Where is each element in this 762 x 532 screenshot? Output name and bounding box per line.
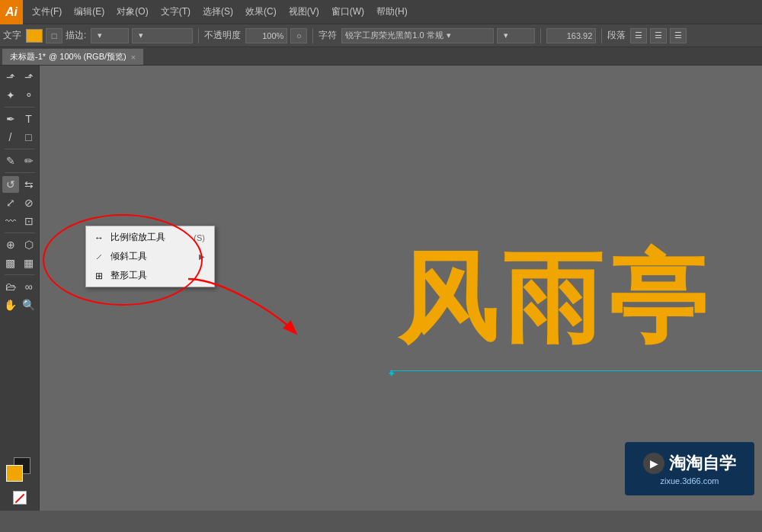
ctx-shear-arrow: ▶: [199, 252, 205, 261]
menu-window[interactable]: 窗口(W): [325, 0, 370, 24]
rotate-tool[interactable]: ↺: [2, 176, 19, 193]
toolbar-sep-2: [312, 28, 313, 43]
tool-row-1: ⬏ ⬏: [2, 69, 37, 85]
tab-bar: 未标题-1* @ 100% (RGB/预览) ×: [0, 47, 762, 66]
ctx-shear-label: 倾斜工具: [110, 250, 147, 263]
tool-row-2: ✦ ⚬: [2, 87, 37, 104]
menu-file[interactable]: 文件(F): [26, 0, 68, 24]
align-left-btn[interactable]: ☰: [630, 28, 647, 43]
free-transform-tool[interactable]: ⊡: [21, 213, 37, 229]
hand-tool[interactable]: ✋: [2, 296, 19, 313]
lasso-tool[interactable]: ⚬: [21, 87, 37, 104]
live-paint-tool[interactable]: ⬡: [21, 236, 37, 253]
pen-tool[interactable]: ✒: [2, 111, 19, 127]
tool-row-graph: ▩ ▦: [2, 255, 37, 271]
tab-info: @ 100% (RGB/预览): [49, 51, 126, 62]
watermark-brand: 淘淘自学: [669, 452, 736, 475]
tool-row-hand: ✋ 🔍: [2, 296, 37, 313]
shear-tool[interactable]: ⊘: [21, 194, 37, 211]
watermark-top: ▶ 淘淘自学: [643, 452, 736, 475]
line-tool[interactable]: /: [2, 129, 19, 146]
app-logo: Ai: [0, 0, 23, 24]
align-center-btn[interactable]: ☰: [650, 28, 667, 43]
tab-close-btn[interactable]: ×: [131, 53, 136, 62]
opacity-options-btn[interactable]: ○: [290, 28, 307, 43]
blend-tool[interactable]: ∞: [21, 278, 37, 295]
menu-help[interactable]: 帮助(H): [370, 0, 414, 24]
type-tool[interactable]: T: [21, 111, 37, 127]
tab-untitled[interactable]: 未标题-1* @ 100% (RGB/预览) ×: [2, 48, 144, 65]
tool-row-transform2: ⤢ ⊘: [2, 194, 37, 211]
warp-tool[interactable]: 〰: [2, 213, 19, 229]
opacity-input[interactable]: 100%: [245, 28, 287, 43]
zoom-tool[interactable]: 🔍: [21, 296, 37, 313]
canvas: 风雨亭 ✦: [146, 96, 695, 462]
text-selection-anchor: ✦: [387, 367, 396, 380]
ctx-scale-label: 比例缩放工具: [110, 231, 165, 244]
color-swatches: [6, 465, 34, 505]
shape-builder-tool[interactable]: ⊕: [2, 236, 19, 253]
ctx-scale-tool[interactable]: ↔ 比例缩放工具 (S): [86, 228, 214, 247]
main-layout: ⬏ ⬏ ✦ ⚬ ✒ T / □ ✎ ✏ ↺ ⇆ ⤢ ⊘: [0, 66, 762, 511]
rect-tool[interactable]: □: [21, 129, 37, 146]
text-selection-line: [390, 370, 762, 371]
stroke-icon-btn[interactable]: □: [46, 28, 62, 43]
tool-sep-4: [5, 232, 35, 233]
watermark-play-icon: ▶: [643, 453, 664, 474]
watermark-panel: ▶ 淘淘自学 zixue.3d66.com: [625, 442, 754, 495]
tool-sep-1: [5, 107, 35, 107]
tool-row-transform: ↺ ⇆: [2, 176, 37, 193]
select-tool[interactable]: ⬏: [2, 69, 19, 85]
font-label: 字符: [319, 29, 337, 42]
watermark-url: zixue.3d66.com: [660, 476, 719, 486]
font-style-dropdown[interactable]: [497, 28, 535, 43]
stroke-label: 描边:: [66, 29, 86, 42]
canvas-area[interactable]: 风雨亭 ✦ ↔ 比例缩放工具 (S) ⟋ 倾斜工具 ▶ ⊞ 整形工具: [40, 66, 762, 511]
mesh-tool[interactable]: ▦: [21, 255, 37, 271]
direct-select-tool[interactable]: ⬏: [21, 69, 37, 85]
main-toolbar: 文字 □ 描边: 不透明度 100% ○ 字符 锐字工房荣光黑简1.0 常规 段…: [0, 24, 762, 47]
menu-select[interactable]: 选择(S): [197, 0, 239, 24]
canvas-text: 风雨亭: [398, 248, 713, 348]
scale-tool[interactable]: ⤢: [2, 194, 19, 211]
fill-swatch[interactable]: [26, 29, 43, 43]
eyedropper-tool[interactable]: 🗁: [2, 278, 19, 295]
ctx-shear-tool[interactable]: ⟋ 倾斜工具 ▶: [86, 247, 214, 266]
stroke-dropdown[interactable]: [91, 28, 129, 43]
foreground-color-swatch[interactable]: [6, 465, 23, 482]
reshape-tool-icon: ⊞: [92, 271, 106, 281]
ctx-reshape-tool[interactable]: ⊞ 整形工具: [86, 266, 214, 285]
tool-sep-3: [5, 172, 35, 173]
opacity-label: 不透明度: [204, 29, 241, 42]
font-dropdown[interactable]: 锐字工房荣光黑简1.0 常规: [341, 28, 494, 43]
left-toolbar: ⬏ ⬏ ✦ ⚬ ✒ T / □ ✎ ✏ ↺ ⇆ ⤢ ⊘: [0, 66, 40, 511]
no-color-swatch[interactable]: [13, 491, 27, 505]
graph-tool[interactable]: ▩: [2, 255, 19, 271]
context-menu: ↔ 比例缩放工具 (S) ⟋ 倾斜工具 ▶ ⊞ 整形工具: [85, 226, 215, 287]
tool-row-4: / □: [2, 129, 37, 146]
magic-wand-tool[interactable]: ✦: [2, 87, 19, 104]
tab-title: 未标题-1*: [10, 51, 46, 62]
toolbar-sep-4: [601, 28, 602, 43]
menu-effect[interactable]: 效果(C): [239, 0, 283, 24]
menu-edit[interactable]: 编辑(E): [68, 0, 110, 24]
reflect-tool[interactable]: ⇆: [21, 176, 37, 193]
scale-tool-icon: ↔: [92, 232, 106, 243]
tool-row-shape: ⊕ ⬡: [2, 236, 37, 253]
paintbrush-tool[interactable]: ✎: [2, 152, 19, 169]
menu-bar: Ai 文件(F) 编辑(E) 对象(O) 文字(T) 选择(S) 效果(C) 视…: [0, 0, 762, 24]
menu-view[interactable]: 视图(V): [283, 0, 325, 24]
ctx-scale-shortcut: (S): [194, 233, 205, 242]
paragraph-label: 段落: [607, 29, 626, 42]
font-size-input[interactable]: [546, 28, 596, 43]
tool-row-transform3: 〰 ⊡: [2, 213, 37, 229]
ctx-reshape-label: 整形工具: [110, 269, 147, 282]
style-dropdown[interactable]: [132, 28, 193, 43]
menu-object[interactable]: 对象(O): [110, 0, 154, 24]
align-right-btn[interactable]: ☰: [670, 28, 687, 43]
tool-row-3: ✒ T: [2, 111, 37, 127]
tool-row-5: ✎ ✏: [2, 152, 37, 169]
pencil-tool[interactable]: ✏: [21, 152, 37, 169]
tool-sep-2: [5, 149, 35, 149]
menu-text[interactable]: 文字(T): [155, 0, 197, 24]
